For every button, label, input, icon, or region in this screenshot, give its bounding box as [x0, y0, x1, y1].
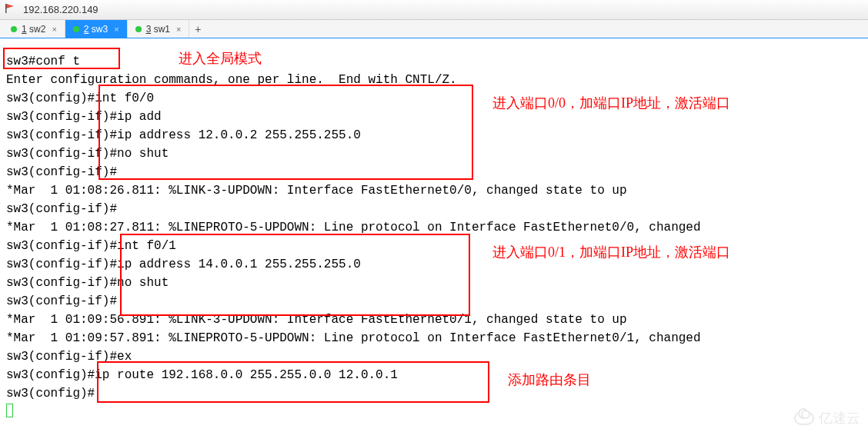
- terminal-line: sw3#conf t: [6, 55, 80, 68]
- annotation: 进入端口0/1，加端口IP地址，激活端口: [492, 243, 730, 261]
- terminal-line: sw3(config-if)#: [6, 165, 117, 179]
- tab-sw1[interactable]: 3 sw1 ×: [128, 20, 190, 38]
- cloud-icon: [794, 411, 814, 425]
- terminal-line: *Mar 1 01:09:56.891: %LINK-3-UPDOWN: Int…: [6, 313, 627, 327]
- terminal-line: sw3(config-if)#no shut: [6, 276, 169, 290]
- terminal-line: sw3(config-if)#int f0/1: [6, 239, 176, 253]
- close-icon[interactable]: ×: [114, 25, 119, 34]
- tab-sw3[interactable]: 2 sw3 ×: [65, 20, 128, 38]
- cursor-icon: [6, 404, 13, 417]
- add-tab-button[interactable]: +: [189, 20, 206, 38]
- watermark-text: 亿速云: [819, 409, 860, 427]
- watermark: 亿速云: [794, 409, 860, 427]
- status-dot-icon: [11, 26, 17, 32]
- svg-rect-1: [5, 4, 7, 13]
- tab-label: 1 sw2: [22, 24, 45, 35]
- terminal-line: sw3(config-if)#ip address 12.0.0.2 255.2…: [6, 128, 361, 142]
- terminal-line: sw3(config-if)#: [6, 294, 117, 308]
- terminal-line: sw3(config-if)#ip add: [6, 110, 162, 124]
- window-title: 192.168.220.149: [23, 4, 98, 15]
- terminal-line: *Mar 1 01:09:57.891: %LINEPROTO-5-UPDOWN…: [6, 331, 701, 345]
- annotation: 进入全局模式: [179, 49, 262, 68]
- annotation: 进入端口0/0，加端口IP地址，激活端口: [492, 94, 730, 112]
- terminal-line: sw3(config-if)#no shut: [6, 147, 169, 161]
- flag-icon: [5, 3, 15, 16]
- status-dot-icon: [73, 26, 79, 32]
- terminal-line: sw3(config-if)#: [6, 202, 117, 216]
- terminal-output[interactable]: sw3#conf t Enter configuration commands,…: [0, 38, 868, 435]
- tab-label: 3 sw1: [146, 24, 170, 35]
- annotation: 添加路由条目: [508, 371, 591, 389]
- terminal-line: sw3(config)#: [6, 387, 95, 400]
- terminal-line: *Mar 1 01:08:26.811: %LINK-3-UPDOWN: Int…: [6, 184, 627, 198]
- close-icon[interactable]: ×: [52, 25, 56, 34]
- terminal-line: sw3(config)#int f0/0: [6, 91, 154, 105]
- terminal-line: Enter configuration commands, one per li…: [6, 73, 457, 87]
- tab-label: 2 sw3: [84, 24, 108, 35]
- tab-sw2[interactable]: 1 sw2 ×: [3, 20, 65, 38]
- terminal-line: sw3(config-if)#ip address 14.0.0.1 255.2…: [6, 258, 361, 271]
- terminal-line: sw3(config-if)#ex: [6, 350, 132, 364]
- terminal-line: *Mar 1 01:08:27.811: %LINEPROTO-5-UPDOWN…: [6, 221, 701, 234]
- close-icon[interactable]: ×: [176, 25, 181, 34]
- terminal-line: sw3(config)#ip route 192.168.0.0 255.255…: [6, 368, 398, 382]
- svg-marker-0: [6, 4, 14, 8]
- status-dot-icon: [135, 26, 142, 32]
- tab-strip: 1 sw2 × 2 sw3 × 3 sw1 × +: [0, 20, 868, 38]
- title-bar: 192.168.220.149: [0, 0, 868, 20]
